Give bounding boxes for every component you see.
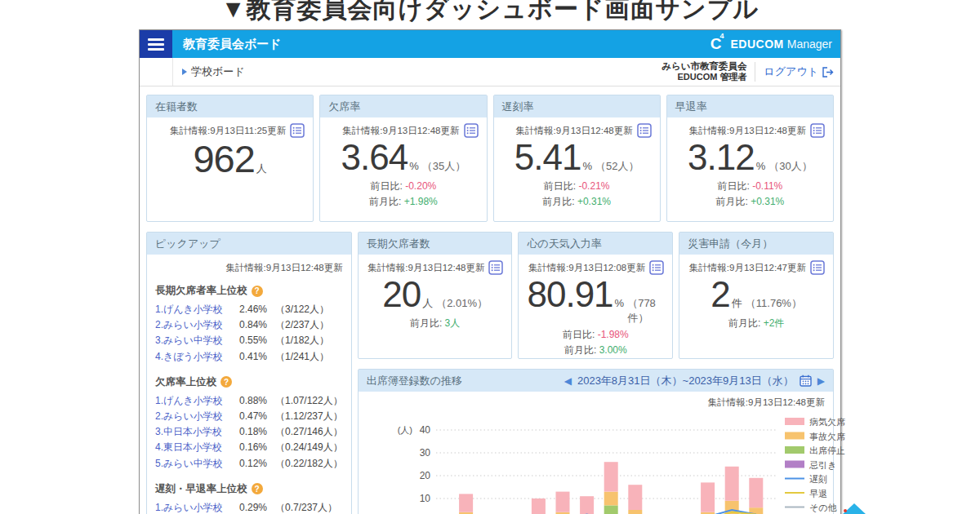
card-title: 早退率 (667, 95, 833, 117)
rate-detail: （0.27/146人） (275, 424, 343, 440)
pickup-heading-label: 長期欠席者率上位校 (155, 284, 247, 298)
date-next-button[interactable]: ▶ (817, 376, 825, 386)
divider (755, 62, 755, 82)
unit: 人 (422, 296, 433, 311)
stats-row-2: ピックアップ 集計情報:9月13日12:48更新 長期欠席者率上位校?1.げんき… (146, 232, 834, 514)
detail-list-button[interactable] (810, 260, 825, 275)
date-prev-button[interactable]: ◀ (564, 376, 572, 386)
count: （30人） (768, 159, 812, 174)
card-early-leave-rate: 早退率 集計情報:9月13日12:48更新 3.12 % （30人） (666, 95, 834, 222)
pickup-row: 4.東日本小学校0.16%（0.24/149人） (155, 440, 343, 455)
rate-detail: （0.7/237人） (275, 500, 337, 514)
user-role: EDUCOM 管理者 (662, 72, 746, 83)
help-icon[interactable]: ? (252, 286, 263, 297)
school-link[interactable]: みらい中学校 (163, 458, 223, 469)
bar-segment (628, 485, 642, 510)
rate-value: 0.88% (239, 393, 275, 409)
card-title: 遅刻率 (494, 95, 660, 117)
detail-list-button[interactable] (810, 123, 825, 138)
hamburger-menu-icon[interactable] (140, 30, 172, 58)
rate-detail: （0.24/149人） (275, 440, 343, 455)
detail-list-button[interactable] (649, 260, 664, 275)
school-link[interactable]: 東日本小学校 (163, 441, 222, 453)
pickup-row: 2.みらい小学校0.47%（1.12/237人） (155, 409, 343, 424)
updated-text: 集計情報:9月13日12:48更新 (155, 262, 343, 274)
school-link[interactable]: みらい小学校 (163, 502, 223, 513)
help-icon[interactable]: ? (252, 483, 263, 494)
school-link[interactable]: きぼう小学校 (163, 351, 223, 362)
disaster-claims-value: 2 (710, 275, 729, 314)
rank-label: 3. (155, 335, 163, 346)
legend-label: 早退 (809, 489, 827, 498)
pickup-row: 3.中日本小学校0.18%（0.27/146人） (155, 424, 343, 440)
prev-month-value: +0.31% (751, 196, 784, 207)
org-name: みらい市教育委員会 (662, 60, 746, 72)
logout-button[interactable]: ログアウト (764, 64, 834, 79)
pickup-heading-label: 欠席率上位校 (155, 375, 216, 389)
prev-month-label: 前月比: (410, 317, 442, 329)
app-header: 教育委員会ボード C4 EDUCOM Manager (140, 30, 840, 58)
legend-label: その他 (809, 503, 837, 512)
prev-month-label: 前月比: (716, 196, 748, 207)
updated-text: 集計情報:9月13日12:48更新 (368, 262, 484, 274)
legend-swatch (785, 446, 804, 454)
prev-day-value: -0.20% (405, 180, 436, 192)
school-board-link[interactable]: 学校ボード (182, 64, 245, 79)
stats-row-1: 在籍者数 集計情報:9月13日11:25更新 962 人 欠席率 (146, 95, 834, 222)
legend-label: 遅刻 (809, 474, 827, 484)
prev-month-label: 前月比: (728, 317, 760, 329)
school-link[interactable]: みらい小学校 (163, 410, 223, 422)
bar-segment (604, 505, 617, 514)
legend-label: 出席停止 (809, 445, 845, 455)
rate-detail: （1/241人） (275, 349, 329, 365)
legend-swatch (785, 418, 804, 425)
unit: % (582, 160, 592, 172)
school-link[interactable]: げんき小学校 (163, 395, 223, 406)
early-leave-rate-value: 3.12 (688, 138, 755, 177)
pickup-sections: 長期欠席者率上位校?1.げんき小学校2.46%（3/122人）2.みらい小学校0… (155, 284, 343, 514)
rate-value: 0.18% (239, 424, 275, 440)
y-tick-label: 40 (419, 424, 430, 436)
legend-label: 事故欠席 (809, 432, 845, 441)
pickup-section: 長期欠席者率上位校?1.げんき小学校2.46%（3/122人）2.みらい小学校0… (155, 284, 343, 365)
rate-value: 0.41% (239, 349, 275, 365)
detail-list-button[interactable] (464, 123, 479, 138)
detail-list-button[interactable] (488, 260, 503, 275)
rate-value: 0.84% (239, 317, 275, 333)
unit: % (615, 297, 625, 309)
bar-segment (749, 478, 763, 507)
school-link[interactable]: みらい小学校 (163, 319, 223, 330)
pickup-section-heading: 遅刻・早退率上位校? (155, 482, 343, 496)
card-kokoro-weather-rate: 心の天気入力率 集計情報:9月13日12:08更新 80.91 % (518, 232, 673, 359)
updated-text: 集計情報:9月13日12:47更新 (689, 262, 806, 274)
card-title: ピックアップ (147, 233, 351, 255)
count: （11.76%） (746, 296, 802, 311)
calendar-icon[interactable] (800, 374, 812, 387)
bar-segment (532, 498, 546, 514)
detail-list-button[interactable] (637, 123, 652, 138)
rate-detail: （1/182人） (275, 333, 329, 348)
rank-label: 1. (155, 395, 163, 406)
long-term-value: 20 (382, 275, 421, 314)
rate-detail: （0.22/182人） (275, 456, 343, 472)
prev-month-value: 3人 (445, 317, 461, 329)
pickup-section: 欠席率上位校?1.げんき小学校0.88%（1.07/122人）2.みらい小学校0… (155, 375, 343, 472)
prev-day-value: -0.21% (578, 180, 609, 192)
legend-swatch (785, 432, 804, 440)
rank-label: 5. (155, 458, 163, 469)
rate-value: 0.29% (239, 500, 275, 514)
count: （52人） (595, 159, 639, 174)
school-link[interactable]: みらい中学校 (163, 335, 223, 346)
count: （2.01%） (436, 296, 488, 311)
help-icon[interactable]: ? (220, 376, 232, 388)
updated-text: 集計情報:9月13日12:08更新 (528, 262, 645, 274)
lines-group (538, 510, 755, 514)
detail-list-button[interactable] (290, 123, 305, 138)
y-tick-label: 20 (419, 470, 430, 481)
chart-title: 出席簿登録数の推移 (367, 374, 462, 388)
pickup-heading-label: 遅刻・早退率上位校 (155, 482, 247, 496)
kokoro-rate-value: 80.91 (527, 275, 612, 314)
school-link[interactable]: げんき小学校 (163, 304, 223, 315)
school-link[interactable]: 中日本小学校 (163, 426, 222, 437)
absence-rate-value: 3.64 (341, 138, 408, 177)
